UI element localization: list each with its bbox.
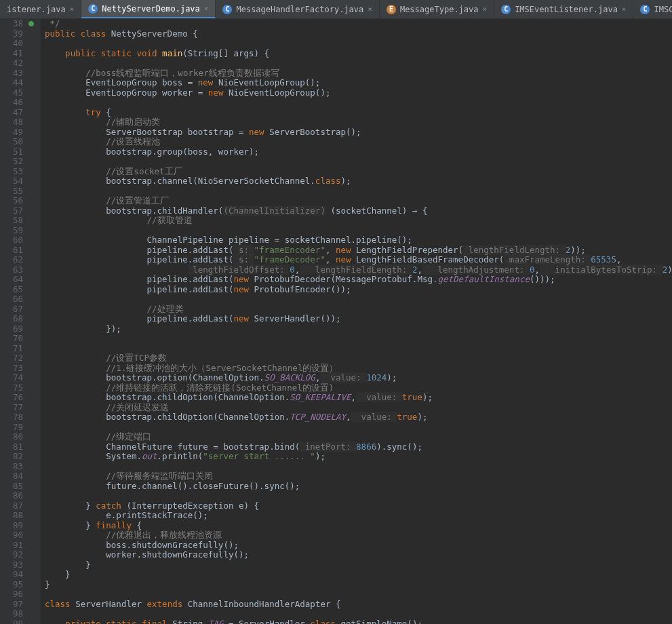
code-line[interactable]: ServerBootstrap bootstrap = new ServerBo… xyxy=(45,128,672,138)
close-icon[interactable]: × xyxy=(70,5,75,14)
code-line[interactable]: class ServerHandler extends ChannelInbou… xyxy=(45,600,672,610)
code-line[interactable]: //设置TCP参数 xyxy=(45,353,672,364)
code-line[interactable]: //boss线程监听端口，worker线程负责数据读写 xyxy=(45,69,672,79)
code-line[interactable]: //获取管道 xyxy=(45,216,672,226)
tab-imseventlistener[interactable]: C IMSEventListener.java × xyxy=(494,0,633,18)
code-line[interactable]: pipeline.addLast(new ServerHandler()); xyxy=(45,314,672,324)
tab-messagehandlerfactory[interactable]: C MessageHandlerFactory.java × xyxy=(216,0,379,18)
close-icon[interactable]: × xyxy=(368,5,372,14)
class-icon: C xyxy=(640,5,650,14)
code-line[interactable]: worker.shutdownGracefully(); xyxy=(45,550,672,560)
tab-messagetype[interactable]: E MessageType.java × xyxy=(380,0,494,18)
code-line[interactable] xyxy=(45,98,672,108)
code-line[interactable]: bootstrap.childOption(ChannelOption.SO_K… xyxy=(45,393,672,403)
code-line[interactable]: ChannelFuture future = bootstrap.bind( i… xyxy=(45,442,672,452)
close-icon[interactable]: × xyxy=(483,5,488,14)
code-line[interactable]: //绑定端口 xyxy=(45,432,672,442)
code-line[interactable] xyxy=(45,344,672,354)
code-line[interactable]: } xyxy=(45,560,672,570)
code-line[interactable] xyxy=(45,589,672,600)
code-line[interactable]: //1.链接缓冲池的大小（ServerSocketChannel的设置） xyxy=(45,364,672,374)
tab-imsclientbootstrap[interactable]: C IMSClientBootstrap.java × xyxy=(633,0,672,18)
code-line[interactable]: EventLoopGroup worker = new NioEventLoop… xyxy=(45,88,672,98)
code-line[interactable]: } xyxy=(45,570,672,580)
code-line[interactable] xyxy=(45,334,672,344)
change-marker xyxy=(28,20,35,27)
code-line[interactable]: //优雅退出，释放线程池资源 xyxy=(45,530,672,541)
code-line[interactable]: bootstrap.channel(NioServerSocketChannel… xyxy=(45,176,672,187)
tab-label: MessageHandlerFactory.java xyxy=(236,5,363,14)
class-icon: C xyxy=(222,5,232,14)
code-line[interactable]: } catch (InterruptedException e) { xyxy=(45,501,672,511)
code-line[interactable]: //设置线程池 xyxy=(45,137,672,147)
tab-nettyserverdemo[interactable]: C NettyServerDemo.java × xyxy=(81,0,216,18)
tab-istener[interactable]: istener.java × xyxy=(0,0,81,18)
code-line[interactable]: lengthFieldOffset: 0, lengthFieldLength:… xyxy=(45,265,672,275)
code-line[interactable]: } finally { xyxy=(45,521,672,531)
code-line[interactable]: }); xyxy=(45,324,672,334)
code-line[interactable] xyxy=(45,609,672,619)
code-line[interactable]: //设置socket工厂 xyxy=(45,167,672,177)
code-line[interactable]: public class NettyServerDemo { xyxy=(45,29,672,39)
code-line[interactable] xyxy=(45,157,672,167)
code-line[interactable]: bootstrap.group(boss, worker); xyxy=(45,147,672,157)
code-line[interactable] xyxy=(45,423,672,433)
code-line[interactable]: future.channel().closeFuture().sync(); xyxy=(45,482,672,492)
code-line[interactable]: private static final String TAG = Server… xyxy=(45,619,672,625)
class-icon: C xyxy=(501,5,511,14)
code-line[interactable]: */ xyxy=(45,19,672,29)
line-numbers: 3839404142434445464748495051525354555657… xyxy=(0,19,26,624)
code-line[interactable]: bootstrap.option(ChannelOption.SO_BACKLO… xyxy=(45,373,672,383)
tab-label: IMSClientBootstrap.java xyxy=(654,5,672,14)
code-line[interactable]: //设置管道工厂 xyxy=(45,196,672,206)
code-line[interactable]: pipeline.addLast(new ProtobufDecoder(Mes… xyxy=(45,275,672,285)
code-line[interactable] xyxy=(45,58,672,69)
code-line[interactable] xyxy=(45,226,672,236)
code-line[interactable] xyxy=(45,187,672,197)
tab-label: istener.java xyxy=(7,5,66,14)
code-line[interactable]: //辅助启动类 xyxy=(45,117,672,128)
code-line[interactable]: bootstrap.childOption(ChannelOption.TCP_… xyxy=(45,412,672,423)
code-line[interactable]: try { xyxy=(45,108,672,118)
close-icon[interactable]: × xyxy=(204,4,209,13)
gutter-annotations: ▶ xyxy=(26,19,41,624)
code-line[interactable]: bootstrap.childHandler((ChannelInitializ… xyxy=(45,206,672,216)
code-line[interactable]: } xyxy=(45,580,672,590)
code-line[interactable]: //维持链接的活跃，清除死链接(SocketChannel的设置) xyxy=(45,383,672,393)
code-line[interactable]: ChannelPipeline pipeline = socketChannel… xyxy=(45,235,672,246)
code-line[interactable]: EventLoopGroup boss = new NioEventLoopGr… xyxy=(45,78,672,88)
tab-label: IMSEventListener.java xyxy=(515,5,618,14)
code-line[interactable]: pipeline.addLast(new ProtobufEncoder()); xyxy=(45,285,672,295)
code-line[interactable]: boss.shutdownGracefully(); xyxy=(45,541,672,551)
editor-tabs: istener.java × C NettyServerDemo.java × … xyxy=(0,0,672,19)
code-line[interactable]: System.out.println("server start ...... … xyxy=(45,452,672,462)
code-line[interactable] xyxy=(45,39,672,49)
code-line[interactable] xyxy=(45,294,672,305)
tab-label: MessageType.java xyxy=(400,5,479,14)
code-line[interactable] xyxy=(45,491,672,501)
enum-icon: E xyxy=(387,5,396,14)
class-icon: C xyxy=(88,4,98,14)
tab-label: NettyServerDemo.java xyxy=(102,4,200,14)
code-line[interactable]: pipeline.addLast( s: "frameEncoder", new… xyxy=(45,246,672,256)
code-line[interactable]: //关闭延迟发送 xyxy=(45,403,672,413)
code-area[interactable]: */public class NettyServerDemo { public … xyxy=(41,19,672,624)
code-line[interactable]: e.printStackTrace(); xyxy=(45,511,672,521)
code-line[interactable]: pipeline.addLast( s: "frameDecoder", new… xyxy=(45,255,672,265)
close-icon[interactable]: × xyxy=(622,5,627,14)
editor-area: 3839404142434445464748495051525354555657… xyxy=(0,19,672,624)
code-line[interactable]: //处理类 xyxy=(45,305,672,315)
code-line[interactable]: public static void main(String[] args) { xyxy=(45,49,672,59)
code-line[interactable]: //等待服务端监听端口关闭 xyxy=(45,471,672,482)
code-line[interactable] xyxy=(45,462,672,472)
